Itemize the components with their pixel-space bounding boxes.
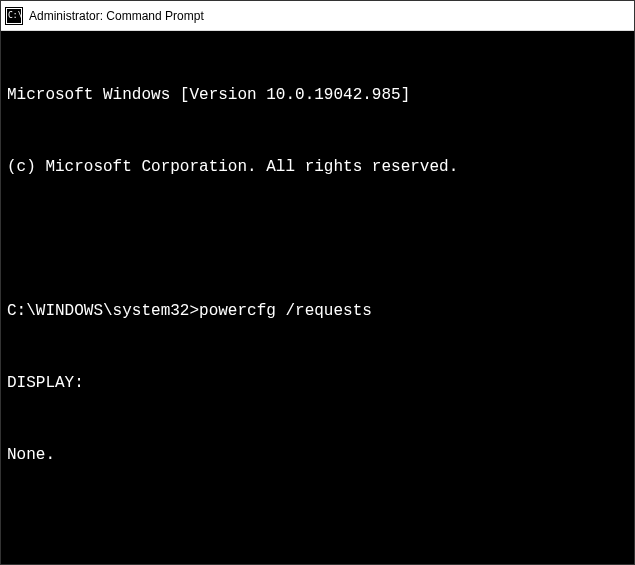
banner-line: (c) Microsoft Corporation. All rights re… xyxy=(7,155,628,179)
cmd-icon: C:\ xyxy=(5,7,23,25)
command-text: powercfg /requests xyxy=(199,302,372,320)
terminal-area[interactable]: Microsoft Windows [Version 10.0.19042.98… xyxy=(1,31,634,564)
blank-line xyxy=(7,227,628,251)
blank-line xyxy=(7,515,628,539)
window-title: Administrator: Command Prompt xyxy=(29,9,204,23)
prompt-text: C:\WINDOWS\system32> xyxy=(7,302,199,320)
svg-text:C:\: C:\ xyxy=(8,11,23,20)
banner-line: Microsoft Windows [Version 10.0.19042.98… xyxy=(7,83,628,107)
command-prompt-window: C:\ Administrator: Command Prompt Micros… xyxy=(0,0,635,565)
section-header: DISPLAY: xyxy=(7,371,628,395)
section-value: None. xyxy=(7,443,628,467)
titlebar[interactable]: C:\ Administrator: Command Prompt xyxy=(1,1,634,31)
prompt-line: C:\WINDOWS\system32>powercfg /requests xyxy=(7,299,628,323)
